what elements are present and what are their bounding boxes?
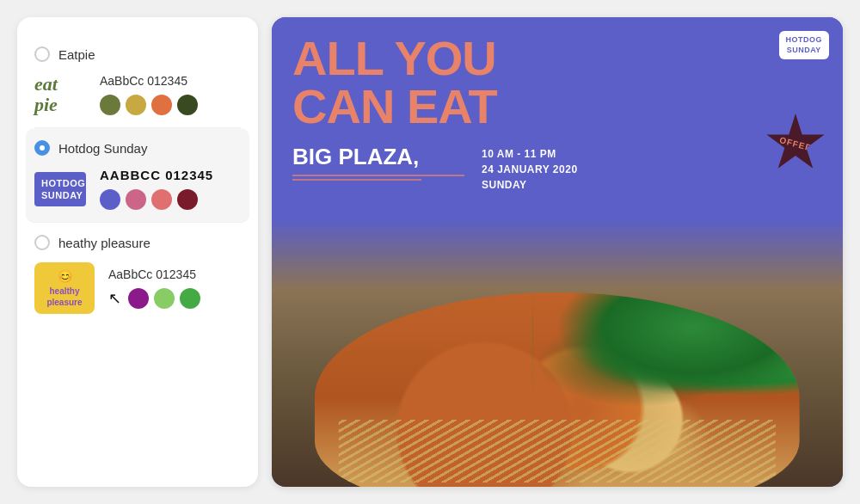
brand-name-eatpie: Eatpie — [58, 47, 95, 62]
swatch-eatpie-1[interactable] — [100, 95, 120, 115]
brand-info-hotdog: AABBCC 012345 — [100, 168, 213, 210]
font-sample-eatpie: AaBbCc 012345 — [100, 74, 198, 88]
brand-info-eatpie: AaBbCc 012345 — [100, 74, 198, 115]
swatches-healthy: ↖ — [108, 288, 200, 309]
brand-content-healthy: 😊 healthy pleasure AaBbCc 012345 ↖ — [34, 262, 241, 314]
brand-header-healthy: heathy pleasure — [34, 235, 241, 250]
swatch-healthy-2[interactable] — [128, 288, 149, 309]
swatch-healthy-3[interactable] — [154, 288, 175, 309]
app-container: Eatpie eatpie AaBbCc 012345 H — [0, 0, 860, 504]
poster-food-image — [272, 205, 843, 487]
swatch-hotdog-1[interactable] — [100, 189, 120, 210]
healthy-logo-text2: pleasure — [46, 297, 82, 308]
food-bowl — [272, 205, 843, 487]
swatches-eatpie — [100, 95, 198, 115]
logo-eatpie: eatpie — [34, 74, 86, 115]
poster-time: 10 AM - 11 PM — [482, 148, 578, 160]
cursor-icon: ↖ — [108, 289, 121, 308]
poster-panel: HOTDOG SUNDAY ALL YOU CAN EAT BIG PLAZA,… — [272, 17, 843, 487]
poster-details: 10 AM - 11 PM 24 January 2020 SUNDAY — [482, 144, 578, 191]
poster-title: ALL YOU CAN EAT — [292, 34, 822, 131]
brand-name-healthy: heathy pleasure — [58, 236, 150, 250]
noodles — [339, 420, 776, 483]
swatch-hotdog-4[interactable] — [177, 189, 198, 210]
offer-badge-text: OFFER — [778, 135, 813, 153]
font-sample-hotdog: AABBCC 012345 — [100, 168, 213, 182]
healthy-logo-text: healthy — [49, 286, 79, 297]
poster-line-1 — [292, 175, 464, 176]
swatch-eatpie-3[interactable] — [151, 95, 172, 115]
poster-date: 24 January 2020 — [482, 163, 578, 175]
swatch-healthy-4[interactable] — [180, 288, 200, 309]
smile-icon: 😊 — [58, 268, 72, 284]
swatch-eatpie-4[interactable] — [177, 95, 198, 115]
brand-content-hotdog: HOTDOGSUNDAY AABBCC 012345 — [34, 168, 241, 210]
poster-day: SUNDAY — [482, 179, 578, 191]
brand-info-healthy: AaBbCc 012345 ↖ — [108, 267, 200, 309]
swatch-hotdog-2[interactable] — [126, 189, 146, 210]
brand-selector-panel: Eatpie eatpie AaBbCc 012345 H — [17, 17, 258, 487]
poster-location-wrapper: BIG PLAZA, — [292, 144, 464, 181]
brand-section-eatpie[interactable]: Eatpie eatpie AaBbCc 012345 — [34, 34, 241, 128]
brand-header-eatpie: Eatpie — [34, 46, 241, 62]
cursor-indicator: ↖ — [108, 288, 121, 309]
swatches-hotdog — [100, 189, 213, 210]
radio-healthy[interactable] — [34, 235, 50, 250]
brand-content-eatpie: eatpie AaBbCc 012345 — [34, 74, 241, 115]
poster-location: BIG PLAZA, — [292, 144, 464, 169]
poster-decoration-lines — [292, 175, 464, 181]
radio-hotdog[interactable] — [34, 140, 50, 156]
brand-name-hotdog: Hotdog Sunday — [58, 141, 147, 156]
bowl-shape — [315, 292, 800, 487]
brand-section-healthy[interactable]: heathy pleasure 😊 healthy pleasure AaBbC… — [34, 223, 241, 326]
poster-top: HOTDOG SUNDAY ALL YOU CAN EAT — [272, 17, 843, 131]
swatch-hotdog-3[interactable] — [151, 189, 172, 210]
radio-eatpie[interactable] — [34, 46, 50, 62]
poster-line-2 — [292, 179, 421, 181]
poster-logo: HOTDOG SUNDAY — [779, 31, 830, 59]
brand-section-hotdog[interactable]: Hotdog Sunday HOTDOGSUNDAY AABBCC 012345 — [26, 128, 249, 223]
swatch-eatpie-2[interactable] — [126, 95, 146, 115]
poster-middle: BIG PLAZA, 10 AM - 11 PM 24 January 2020… — [272, 131, 843, 205]
brand-header-hotdog: Hotdog Sunday — [34, 140, 241, 156]
logo-healthy: 😊 healthy pleasure — [34, 262, 95, 314]
greens-topping — [533, 292, 800, 409]
logo-hotdog: HOTDOGSUNDAY — [34, 172, 86, 207]
font-sample-healthy: AaBbCc 012345 — [108, 267, 200, 281]
